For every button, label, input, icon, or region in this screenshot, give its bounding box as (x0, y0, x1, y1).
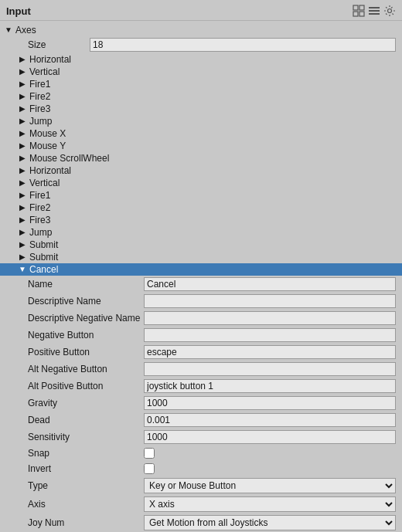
arrow-icon: ▶ (17, 190, 28, 201)
grid-icon[interactable] (353, 5, 365, 17)
prop-sensitivity-input[interactable] (144, 430, 396, 444)
size-label: Size (28, 39, 90, 50)
axis-label: Mouse X (28, 128, 402, 139)
prop-name-label: Name (28, 279, 144, 290)
prop-descriptive-name-label: Descriptive Name (28, 296, 144, 307)
axis-label: Mouse ScrollWheel (28, 153, 402, 164)
svg-rect-5 (369, 10, 380, 12)
axis-label: Horizontal (28, 165, 402, 176)
prop-descriptive-negative-name-label: Descriptive Negative Name (28, 313, 144, 324)
prop-axis-select[interactable]: X axis Y axis 3rd axis 4th axis (144, 496, 396, 512)
prop-descriptive-name-input[interactable] (144, 294, 396, 308)
axis-submit-1[interactable]: ▶ Submit (0, 239, 402, 251)
axis-horizontal-1[interactable]: ▶ Horizontal (0, 53, 402, 66)
axis-label: Submit (28, 252, 402, 263)
prop-descriptive-negative-name-row: Descriptive Negative Name (0, 310, 402, 327)
size-row: Size (0, 36, 402, 53)
prop-name-input[interactable] (144, 277, 396, 291)
prop-sensitivity-label: Sensitivity (28, 432, 144, 442)
arrow-icon: ▶ (17, 116, 28, 127)
axis-fire2-2[interactable]: ▶ Fire2 (0, 202, 402, 214)
axis-fire1-2[interactable]: ▶ Fire1 (0, 189, 402, 202)
prop-type-select[interactable]: Key or Mouse Button Mouse Movement Joyst… (144, 478, 396, 493)
prop-snap-checkbox[interactable] (144, 448, 155, 459)
axis-mousex[interactable]: ▶ Mouse X (0, 127, 402, 140)
svg-rect-0 (353, 5, 358, 10)
arrow-icon: ▼ (17, 264, 28, 275)
axis-label: Fire3 (28, 215, 402, 225)
prop-axis-label: Axis (28, 499, 144, 510)
prop-joynum-select[interactable]: Get Motion from all Joysticks Joystick 1… (144, 515, 396, 530)
axis-scrollwheel[interactable]: ▶ Mouse ScrollWheel (0, 152, 402, 164)
axis-vertical-2[interactable]: ▶ Vertical (0, 177, 402, 189)
arrow-icon: ▶ (17, 54, 28, 65)
prop-alt-negative-button-input[interactable] (144, 362, 396, 376)
prop-axis-row: Axis X axis Y axis 3rd axis 4th axis (0, 495, 402, 513)
svg-rect-1 (359, 5, 364, 10)
svg-rect-2 (353, 12, 358, 16)
input-window: Input ▼ Axes Siz (0, 0, 402, 532)
arrow-icon: ▶ (17, 91, 28, 102)
axis-label: Cancel (28, 264, 402, 275)
arrow-icon: ▶ (17, 141, 28, 151)
prop-gravity-label: Gravity (28, 398, 144, 408)
svg-rect-6 (369, 13, 380, 15)
prop-dead-row: Dead (0, 412, 402, 429)
axis-fire3-1[interactable]: ▶ Fire3 (0, 103, 402, 115)
axis-label: Fire1 (28, 190, 402, 201)
prop-dead-input[interactable] (144, 413, 396, 427)
axis-label: Vertical (28, 66, 402, 77)
axis-label: Mouse Y (28, 141, 402, 151)
prop-positive-button-input[interactable] (144, 345, 396, 359)
arrow-icon: ▶ (17, 215, 28, 225)
arrow-icon: ▶ (17, 239, 28, 250)
prop-alt-negative-button-row: Alt Negative Button (0, 361, 402, 378)
axis-horizontal-2[interactable]: ▶ Horizontal (0, 164, 402, 177)
axis-label: Jump (28, 116, 402, 127)
axis-fire1-1[interactable]: ▶ Fire1 (0, 78, 402, 90)
prop-gravity-row: Gravity (0, 395, 402, 412)
prop-gravity-input[interactable] (144, 396, 396, 410)
axis-submit-2[interactable]: ▶ Submit (0, 251, 402, 263)
axis-fire2-1[interactable]: ▶ Fire2 (0, 90, 402, 103)
prop-alt-positive-button-input[interactable] (144, 379, 396, 393)
prop-joynum-label: Joy Num (28, 517, 144, 528)
prop-type-row: Type Key or Mouse Button Mouse Movement … (0, 476, 402, 495)
window-title: Input (6, 5, 31, 17)
axis-cancel[interactable]: ▼ Cancel (0, 263, 402, 276)
prop-type-label: Type (28, 480, 144, 491)
axis-label: Fire2 (28, 91, 402, 102)
prop-negative-button-input[interactable] (144, 328, 396, 342)
size-input[interactable] (90, 38, 396, 52)
axis-mousey[interactable]: ▶ Mouse Y (0, 140, 402, 152)
prop-invert-checkbox[interactable] (144, 463, 155, 474)
arrow-icon: ▶ (17, 128, 28, 139)
prop-positive-button-label: Positive Button (28, 347, 144, 357)
prop-descriptive-negative-name-input[interactable] (144, 311, 396, 325)
gear-icon[interactable] (383, 5, 396, 17)
arrow-icon: ▶ (17, 153, 28, 164)
svg-rect-3 (359, 12, 364, 16)
arrow-icon: ▶ (17, 66, 28, 77)
axes-tree-item[interactable]: ▼ Axes (0, 24, 402, 36)
arrow-icon: ▶ (17, 178, 28, 188)
axis-vertical-1[interactable]: ▶ Vertical (0, 66, 402, 78)
prop-snap-label: Snap (28, 448, 144, 459)
prop-joynum-row: Joy Num Get Motion from all Joysticks Jo… (0, 513, 402, 532)
axis-label: Vertical (28, 178, 402, 188)
layout-icon[interactable] (368, 5, 380, 17)
axes-arrow: ▼ (3, 25, 14, 36)
axis-jump-1[interactable]: ▶ Jump (0, 115, 402, 127)
main-content: ▼ Axes Size ▶ Horizontal ▶ Vertical ▶ Fi… (0, 21, 402, 532)
prop-invert-label: Invert (28, 463, 144, 474)
axis-jump-2[interactable]: ▶ Jump (0, 226, 402, 239)
titlebar-icons (353, 5, 396, 17)
prop-alt-negative-button-label: Alt Negative Button (28, 364, 144, 374)
prop-sensitivity-row: Sensitivity (0, 429, 402, 446)
arrow-icon: ▶ (17, 202, 28, 213)
titlebar: Input (0, 0, 402, 21)
axis-label: Horizontal (28, 54, 402, 65)
axis-fire3-2[interactable]: ▶ Fire3 (0, 214, 402, 226)
svg-point-7 (388, 9, 392, 13)
arrow-icon: ▶ (17, 252, 28, 263)
